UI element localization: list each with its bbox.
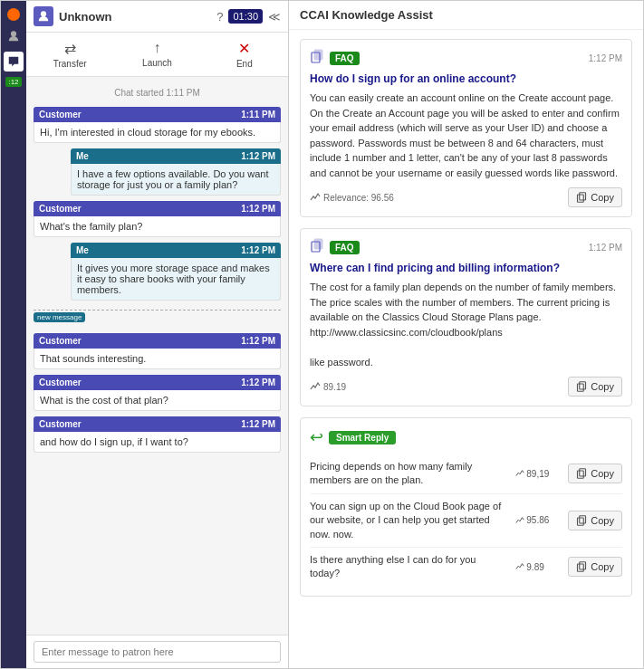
copy-button-1[interactable]: Copy: [568, 187, 622, 207]
collapse-icon[interactable]: ≪: [268, 10, 281, 24]
help-icon[interactable]: ?: [216, 10, 223, 24]
smart-reply-item-3: Is there anything else I can do for you …: [310, 548, 622, 587]
svg-rect-4: [578, 195, 584, 202]
svg-rect-8: [578, 384, 584, 391]
knowledge-header: CCAI Knowledge Assist: [289, 1, 643, 30]
copy-button-2[interactable]: Copy: [568, 377, 622, 397]
smart-reply-section: ↩ Smart Reply Pricing depends on how man…: [300, 417, 632, 597]
list-item: Customer 1:12 PM That sounds interesting…: [34, 333, 281, 369]
copy-label-sr-1: Copy: [591, 468, 614, 479]
launch-button[interactable]: ↑ Launch: [113, 36, 200, 72]
smart-reply-copy-button-1[interactable]: Copy: [568, 464, 622, 483]
chat-started-text: Chat started 1:11 PM: [34, 84, 281, 101]
sender-name: Customer: [39, 336, 82, 346]
agent-icon: [34, 6, 53, 26]
card-copy-icon-2: [310, 238, 324, 256]
card-body-2: The cost for a family plan depends on th…: [310, 280, 622, 369]
message-header-customer-4: Customer 1:12 PM: [34, 375, 281, 390]
card-time-1: 1:12 PM: [589, 53, 622, 63]
smart-reply-item-1: Pricing depends on how many family membe…: [310, 454, 622, 494]
sidebar-icon-chat[interactable]: [4, 52, 24, 72]
sender-name: Customer: [39, 378, 82, 387]
transfer-icon: ⇄: [64, 40, 76, 57]
svg-point-0: [11, 31, 16, 36]
message-time: 1:12 PM: [241, 151, 275, 161]
new-message-badge: new message: [34, 312, 85, 322]
message-header-customer-3: Customer 1:12 PM: [34, 333, 281, 349]
message-header-me-2: Me 1:12 PM: [71, 243, 281, 258]
message-time: 1:12 PM: [241, 419, 275, 429]
card-body-1: You can easily create an account online …: [310, 91, 622, 180]
svg-rect-13: [580, 516, 586, 523]
svg-rect-5: [580, 193, 586, 200]
knowledge-card-1: FAQ 1:12 PM How do I sign up for an onli…: [300, 39, 632, 217]
launch-icon: ↑: [153, 40, 160, 56]
message-time: 1:12 PM: [241, 204, 275, 214]
chat-header-right: ? 01:30 ≪: [216, 9, 281, 24]
list-item: Customer 1:11 PM Hi, I'm interested in c…: [34, 107, 281, 143]
message-time: 1:12 PM: [241, 378, 275, 387]
svg-point-1: [41, 11, 46, 16]
message-header-customer-2: Customer 1:12 PM: [34, 201, 281, 216]
sidebar-badge-12: :12: [5, 77, 21, 87]
end-icon: ✕: [238, 40, 250, 57]
chat-title: Unknown: [59, 10, 112, 24]
list-item: Customer 1:12 PM and how do I sign up, i…: [34, 416, 281, 453]
faq-badge-2: FAQ: [330, 241, 360, 254]
chat-input-area: [26, 635, 288, 668]
sender-name: Customer: [39, 110, 82, 119]
svg-rect-15: [580, 562, 586, 569]
timer-badge: 01:30: [228, 9, 263, 24]
transfer-label: Transfer: [53, 59, 87, 69]
sidebar-icon-person[interactable]: [4, 26, 24, 46]
message-time: 1:11 PM: [241, 110, 275, 119]
sender-name: Customer: [39, 204, 82, 214]
knowledge-panel: CCAI Knowledge Assist FAQ 1:12 PM How do…: [289, 1, 643, 668]
card-footer-1: Relevance: 96.56 Copy: [310, 187, 622, 207]
svg-rect-7: [314, 239, 322, 249]
card-header-left-2: FAQ: [310, 238, 360, 256]
end-button[interactable]: ✕ End: [201, 36, 288, 72]
message-body-customer-2: What's the family plan?: [34, 216, 281, 237]
smart-reply-header: ↩ Smart Reply: [310, 427, 622, 447]
smart-reply-item-2: You can sign up on the Cloud Book page o…: [310, 494, 622, 548]
list-item: Me 1:12 PM I have a few options availabl…: [34, 148, 281, 196]
copy-label-sr-2: Copy: [591, 515, 614, 526]
card-title-1: How do I sign up for an online account?: [310, 72, 622, 85]
copy-label-1: Copy: [591, 192, 614, 203]
svg-rect-3: [314, 50, 322, 60]
card-title-2: Where can I find pricing and billing inf…: [310, 262, 622, 274]
smart-reply-text-1: Pricing depends on how many family membe…: [310, 460, 508, 488]
card-header-left-1: FAQ: [310, 49, 360, 67]
copy-label-sr-3: Copy: [591, 561, 614, 572]
relevance-score-2: 89.19: [310, 381, 346, 392]
card-footer-2: 89.19 Copy: [310, 377, 622, 397]
smart-reply-copy-button-3[interactable]: Copy: [568, 557, 622, 577]
relevance-score-1: Relevance: 96.56: [310, 192, 394, 203]
svg-rect-10: [578, 471, 584, 478]
sender-name: Me: [76, 151, 89, 161]
svg-rect-12: [578, 518, 584, 525]
card-header-2: FAQ 1:12 PM: [310, 238, 622, 256]
message-body-me-2: It gives you more storage space and make…: [71, 258, 281, 301]
launch-label: Launch: [142, 58, 172, 68]
sender-name: Me: [76, 245, 89, 255]
message-body-customer-3: That sounds interesting.: [34, 349, 281, 369]
chat-input[interactable]: [34, 641, 281, 663]
smart-reply-score-3: 9.89: [515, 562, 561, 572]
message-body-customer-5: and how do I sign up, if I want to?: [34, 432, 281, 453]
smart-reply-text-3: Is there anything else I can do for you …: [310, 553, 508, 581]
list-item: Me 1:12 PM It gives you more storage spa…: [34, 243, 281, 301]
svg-rect-9: [580, 382, 586, 389]
card-header-1: FAQ 1:12 PM: [310, 49, 622, 67]
list-item: Customer 1:12 PM What's the family plan?: [34, 201, 281, 237]
card-time-2: 1:12 PM: [589, 243, 622, 253]
sidebar-icon-dot: [7, 8, 20, 21]
message-header-me-1: Me 1:12 PM: [71, 148, 281, 164]
sidebar: :12: [1, 1, 26, 668]
transfer-button[interactable]: ⇄ Transfer: [26, 36, 113, 72]
message-body-me-1: I have a few options available. Do you w…: [71, 164, 281, 196]
end-label: End: [236, 59, 253, 69]
knowledge-card-2: FAQ 1:12 PM Where can I find pricing and…: [300, 228, 632, 406]
smart-reply-copy-button-2[interactable]: Copy: [568, 511, 622, 530]
